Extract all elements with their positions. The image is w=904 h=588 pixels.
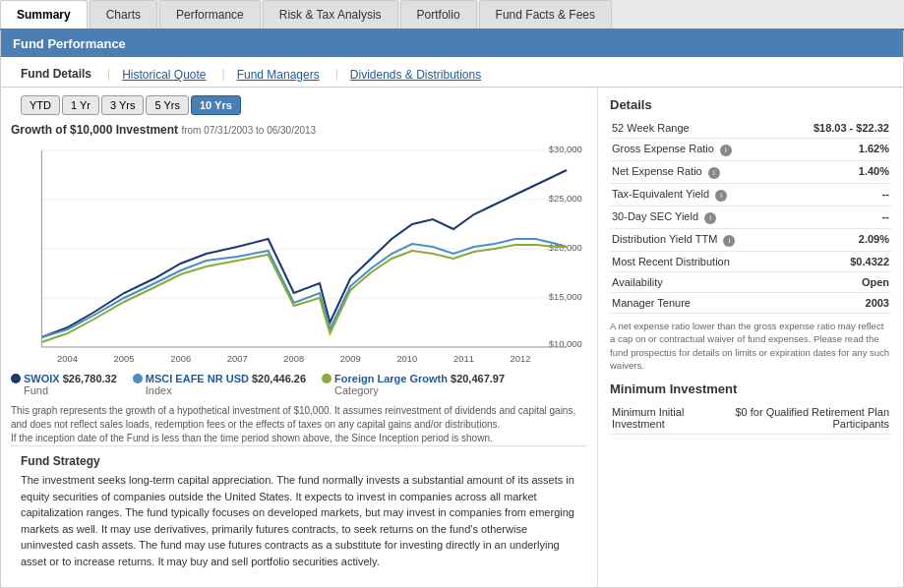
- table-row: Distribution Yield TTM i 2.09%: [610, 229, 891, 252]
- legend-swoix-name: SWOIX: [24, 373, 60, 384]
- details-table: 52 Week Range $18.03 - $22.32 Gross Expe…: [610, 118, 891, 314]
- tab-fund-facts[interactable]: Fund Facts & Fees: [479, 0, 612, 29]
- btn-5yr[interactable]: 5 Yrs: [146, 95, 188, 115]
- subtab-historical-quote[interactable]: Historical Quote: [112, 63, 215, 87]
- chart-legend: SWOIX $26,780.32 Fund MSCI EAFE NR USD $…: [11, 373, 587, 396]
- details-title: Details: [610, 97, 891, 112]
- table-row: Manager Tenure 2003: [610, 293, 891, 314]
- row-value: $0.4322: [783, 252, 891, 272]
- chart-date-range: from 07/31/2003 to 06/30/2013: [181, 125, 316, 136]
- legend-foreign-type: Category: [334, 384, 379, 396]
- performance-chart: $30,000 $25,000 $20,000 $15,000 $10,000 …: [11, 141, 587, 367]
- tab-portfolio[interactable]: Portfolio: [400, 0, 477, 29]
- table-row: Gross Expense Ratio i 1.62%: [610, 139, 891, 161]
- row-value: 1.62%: [783, 139, 891, 161]
- row-value: 2003: [783, 293, 891, 314]
- top-navigation: Summary Charts Performance Risk & Tax An…: [0, 0, 904, 30]
- legend-swoix: SWOIX $26,780.32 Fund: [11, 373, 117, 396]
- row-label: Minimum Initial Investment: [610, 402, 720, 435]
- info-icon[interactable]: i: [723, 235, 735, 247]
- disclaimer-text-2: If the inception date of the Fund is les…: [11, 432, 587, 445]
- svg-text:2009: 2009: [340, 354, 361, 364]
- legend-swoix-type: Fund: [24, 384, 48, 396]
- fund-strategy-title: Fund Strategy: [21, 454, 577, 468]
- row-label: 30-Day SEC Yield i: [610, 206, 783, 229]
- row-value: 1.40%: [783, 161, 891, 184]
- table-row: Minimum Initial Investment $0 for Qualif…: [610, 402, 891, 435]
- row-value: --: [783, 184, 891, 206]
- svg-text:2010: 2010: [396, 354, 417, 364]
- main-content: Fund Performance Fund Details | Historic…: [0, 30, 904, 588]
- row-label: Manager Tenure: [610, 293, 783, 314]
- disclaimer-text-1: This graph represents the growth of a hy…: [11, 404, 587, 432]
- table-row: Net Expense Ratio i 1.40%: [610, 161, 891, 184]
- svg-text:$30,000: $30,000: [549, 145, 582, 154]
- time-period-buttons: YTD 1 Yr 3 Yrs 5 Yrs 10 Yrs: [11, 88, 587, 123]
- details-section: Details 52 Week Range $18.03 - $22.32 Gr…: [610, 97, 891, 372]
- tab-performance[interactable]: Performance: [159, 0, 261, 29]
- subtab-dividends[interactable]: Dividends & Distributions: [340, 63, 491, 87]
- btn-ytd[interactable]: YTD: [21, 95, 60, 115]
- legend-msci-name: MSCI EAFE NR USD: [146, 373, 249, 384]
- chart-title-area: Growth of $10,000 Investment from 07/31/…: [11, 123, 587, 137]
- row-label: Net Expense Ratio i: [610, 161, 783, 184]
- legend-foreign-name: Foreign Large Growth: [334, 373, 448, 384]
- btn-10yr[interactable]: 10 Yrs: [191, 95, 241, 115]
- min-invest-title: Minimum Investment: [610, 382, 891, 396]
- legend-msci-type: Index: [146, 384, 172, 396]
- row-value: --: [783, 206, 891, 229]
- sub-tabs: Fund Details | Historical Quote | Fund M…: [1, 57, 903, 88]
- row-value: $18.03 - $22.32: [783, 118, 891, 139]
- chart-disclaimer: This graph represents the growth of a hy…: [11, 404, 587, 445]
- row-value: 2.09%: [783, 229, 891, 252]
- svg-text:2004: 2004: [57, 354, 78, 364]
- chart-title: Growth of $10,000 Investment: [11, 123, 178, 137]
- table-row: Tax-Equivalent Yield i --: [610, 184, 891, 206]
- svg-text:2005: 2005: [114, 354, 135, 364]
- tab-charts[interactable]: Charts: [90, 0, 157, 29]
- msci-dot: [133, 374, 143, 383]
- details-disclaimer: A net expense ratio lower than the gross…: [610, 320, 891, 372]
- info-icon[interactable]: i: [704, 212, 716, 224]
- legend-foreign-value: $20,467.97: [451, 373, 505, 384]
- legend-msci: MSCI EAFE NR USD $20,446.26 Index: [133, 373, 306, 396]
- svg-text:2011: 2011: [453, 354, 474, 364]
- tab-summary[interactable]: Summary: [0, 0, 88, 29]
- content-area: YTD 1 Yr 3 Yrs 5 Yrs 10 Yrs Growth of $1…: [1, 88, 903, 587]
- svg-text:$15,000: $15,000: [549, 292, 582, 302]
- swoix-dot: [11, 374, 21, 383]
- btn-3yr[interactable]: 3 Yrs: [101, 95, 144, 115]
- min-invest-table: Minimum Initial Investment $0 for Qualif…: [610, 402, 891, 435]
- fund-strategy-section: Fund Strategy The investment seeks long-…: [11, 445, 587, 577]
- table-row: Availability Open: [610, 272, 891, 293]
- row-value: Open: [783, 272, 891, 293]
- subtab-fund-managers[interactable]: Fund Managers: [227, 63, 330, 87]
- min-investment-section: Minimum Investment Minimum Initial Inves…: [610, 382, 891, 435]
- subtab-fund-details[interactable]: Fund Details: [11, 63, 101, 87]
- table-row: 30-Day SEC Yield i --: [610, 206, 891, 229]
- row-label: Distribution Yield TTM i: [610, 229, 783, 252]
- svg-text:$25,000: $25,000: [549, 194, 582, 204]
- svg-text:2008: 2008: [283, 354, 304, 364]
- foreign-dot: [322, 374, 331, 383]
- row-label: Gross Expense Ratio i: [610, 139, 783, 161]
- info-icon[interactable]: i: [720, 145, 732, 156]
- svg-text:$20,000: $20,000: [549, 243, 582, 253]
- info-icon[interactable]: i: [708, 167, 720, 179]
- row-value: $0 for Qualified Retirement Plan Partici…: [720, 402, 891, 435]
- legend-msci-value: $20,446.26: [252, 373, 306, 384]
- legend-foreign: Foreign Large Growth $20,467.97 Category: [322, 373, 505, 396]
- row-label: Tax-Equivalent Yield i: [610, 184, 783, 206]
- legend-swoix-value: $26,780.32: [63, 373, 117, 384]
- row-label: Most Recent Distribution: [610, 252, 783, 272]
- left-panel: YTD 1 Yr 3 Yrs 5 Yrs 10 Yrs Growth of $1…: [1, 88, 598, 587]
- row-label: Availability: [610, 272, 783, 293]
- tab-risk-tax[interactable]: Risk & Tax Analysis: [263, 0, 398, 29]
- svg-text:2012: 2012: [511, 354, 531, 364]
- right-panel: Details 52 Week Range $18.03 - $22.32 Gr…: [598, 88, 903, 587]
- fund-performance-header: Fund Performance: [1, 30, 903, 57]
- btn-1yr[interactable]: 1 Yr: [62, 95, 99, 115]
- info-icon[interactable]: i: [715, 190, 727, 202]
- svg-text:2006: 2006: [170, 354, 191, 364]
- fund-strategy-text: The investment seeks long-term capital a…: [21, 472, 577, 569]
